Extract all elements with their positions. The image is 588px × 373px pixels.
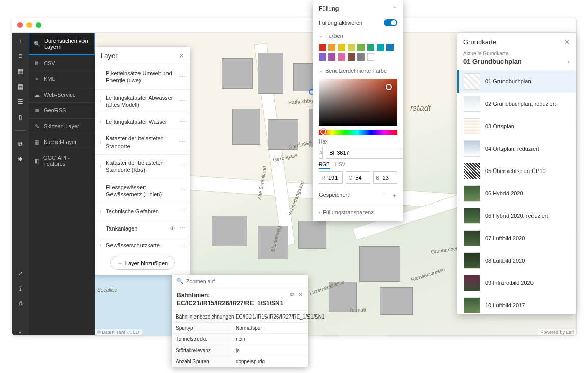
expand-rail-icon[interactable]: » bbox=[16, 327, 24, 335]
chevron-down-icon[interactable]: ⌄ bbox=[319, 33, 323, 38]
layer-row[interactable]: › Kataster der belasteten Standorte (Kbs… bbox=[95, 155, 190, 179]
close-icon[interactable]: ✕ bbox=[564, 38, 570, 46]
visibility-icon[interactable]: 👁 bbox=[170, 225, 175, 232]
color-swatch[interactable] bbox=[348, 44, 355, 51]
basemap-thumbnail bbox=[464, 275, 480, 291]
print-icon[interactable]: ⎙ bbox=[16, 300, 24, 308]
color-swatch[interactable] bbox=[367, 44, 374, 51]
color-swatch[interactable] bbox=[357, 44, 365, 51]
chevron-up-icon[interactable]: ⌃ bbox=[392, 5, 397, 12]
building bbox=[222, 58, 253, 89]
picker-handle[interactable] bbox=[386, 84, 392, 90]
layer-row[interactable]: Piketteinsätze Umwelt und Energie (uwe) … bbox=[95, 65, 190, 90]
tab-hsv[interactable]: HSV bbox=[335, 162, 346, 169]
submenu-sketch[interactable]: ✎Skizzen-Layer bbox=[29, 118, 95, 134]
submenu-web-service[interactable]: ☁Web-Service bbox=[29, 87, 95, 102]
layer-row[interactable]: › Gewässerschutzkarte ⋯ bbox=[95, 237, 190, 251]
close-icon[interactable]: ✕ bbox=[179, 52, 184, 60]
transparency-label: Füllungstransparenz bbox=[323, 209, 374, 215]
color-swatch[interactable] bbox=[319, 44, 326, 51]
search-layers-row[interactable]: 🔍 Durchsuchen von Layern bbox=[29, 33, 95, 55]
r-input[interactable] bbox=[327, 175, 342, 181]
basemap-item[interactable]: 04 Ortsplan, reduziert bbox=[457, 137, 576, 160]
color-swatch[interactable] bbox=[338, 53, 345, 61]
export-icon[interactable]: ↗ bbox=[16, 269, 24, 277]
b-input[interactable] bbox=[382, 175, 397, 181]
more-icon[interactable]: ⋯ bbox=[178, 208, 187, 215]
basemap-thumbnail bbox=[464, 297, 480, 313]
color-swatch[interactable] bbox=[377, 44, 384, 51]
add-layer-button[interactable]: ＋ Layer hinzufügen bbox=[110, 256, 175, 270]
submenu-ogc[interactable]: ◧OGC API - Features bbox=[29, 150, 95, 171]
layer-row[interactable]: › Technische Gefahren ⋯ bbox=[95, 203, 190, 220]
fill-activate-toggle[interactable] bbox=[384, 19, 397, 26]
more-icon[interactable]: ⋯ bbox=[178, 119, 187, 125]
basemap-item[interactable]: 09 Infrarotbild 2020 bbox=[457, 272, 576, 294]
basemap-item[interactable]: 03 Ortsplan bbox=[457, 115, 576, 137]
feature-popup: 🔍 Zoomen auf ⧉ ✕ Bahnlinien: EC/IC21/IR1… bbox=[172, 275, 308, 367]
minimize-dot[interactable] bbox=[26, 22, 32, 28]
saturation-picker[interactable] bbox=[319, 79, 397, 126]
color-swatch[interactable] bbox=[367, 53, 374, 61]
color-swatch[interactable] bbox=[357, 53, 365, 61]
more-icon[interactable]: ⋯ bbox=[178, 187, 187, 194]
color-swatch[interactable] bbox=[328, 53, 335, 61]
remove-saved-button[interactable]: − bbox=[383, 192, 386, 199]
hue-slider[interactable] bbox=[319, 130, 397, 135]
maximize-dot[interactable] bbox=[36, 22, 41, 28]
submenu-kml[interactable]: ⌖KML bbox=[29, 71, 95, 87]
basemap-item[interactable]: 08 Luftbild 2020 bbox=[457, 249, 576, 272]
basemap-item[interactable]: 06 Hybrid 2020, reduziert bbox=[457, 205, 576, 227]
more-icon[interactable]: ⋯ bbox=[178, 74, 187, 80]
dock-icon[interactable]: ⧉ bbox=[290, 291, 294, 298]
submenu-tile[interactable]: ▦Kachel-Layer bbox=[29, 134, 95, 150]
layer-label: Leitungskataster Abwasser (altes Modell) bbox=[106, 94, 176, 109]
bookmark-icon[interactable]: ▯ bbox=[16, 113, 24, 121]
zoom-label[interactable]: Zoomen auf bbox=[186, 278, 215, 284]
layer-row[interactable]: Tankanlagen 👁 ⋯ bbox=[95, 220, 190, 237]
layer-row[interactable]: › Kataster der belasteten Standorte ⋯ bbox=[95, 130, 190, 155]
layer-row[interactable]: Fliessgewässer: Gewässernetz (Linien) ⋯ bbox=[95, 179, 190, 204]
filter-icon[interactable]: ⧉ bbox=[16, 140, 24, 148]
measure-icon[interactable]: ⟟ bbox=[16, 284, 24, 293]
more-icon[interactable]: ⋯ bbox=[178, 163, 187, 170]
chevron-right-icon: › bbox=[100, 119, 104, 124]
hex-input[interactable] bbox=[326, 147, 403, 159]
color-swatch[interactable] bbox=[338, 44, 345, 51]
basemap-item[interactable]: 01 Grundbuchplan bbox=[457, 70, 576, 93]
layers-icon[interactable]: ≡ bbox=[16, 52, 24, 60]
close-dot[interactable] bbox=[17, 22, 23, 28]
g-input[interactable] bbox=[354, 175, 369, 181]
add-saved-button[interactable]: ＋ bbox=[391, 192, 397, 199]
add-icon[interactable]: ＋ bbox=[16, 37, 24, 45]
basemap-item[interactable]: 05 Übersichtsplan ÜP10 bbox=[457, 160, 576, 182]
chevron-down-icon[interactable]: ⌄ bbox=[319, 68, 323, 73]
widget-icon[interactable]: ▤ bbox=[16, 82, 24, 91]
close-icon[interactable]: ✕ bbox=[298, 291, 303, 298]
hue-handle[interactable] bbox=[320, 129, 326, 135]
color-swatch[interactable] bbox=[319, 53, 326, 61]
layer-row[interactable]: › Leitungskataster Abwasser (altes Model… bbox=[95, 90, 190, 114]
more-icon[interactable]: ⋯ bbox=[178, 98, 187, 104]
more-icon[interactable]: ⋯ bbox=[178, 242, 187, 249]
basemap-item[interactable]: 07 Luftbild 2020 bbox=[457, 227, 576, 249]
layer-row[interactable]: › Leitungskataster Wasser ⋯ bbox=[95, 113, 190, 130]
chevron-right-icon[interactable]: › bbox=[319, 210, 320, 215]
zoom-icon[interactable]: 🔍 bbox=[177, 278, 183, 284]
basemap-thumbnail bbox=[464, 118, 480, 134]
submenu-georss[interactable]: ≋GeoRSS bbox=[29, 102, 95, 118]
chevron-right-icon[interactable]: › bbox=[568, 58, 570, 65]
list-icon[interactable]: ☰ bbox=[16, 98, 24, 106]
basemap-item[interactable]: 10 Luftbild 2017 bbox=[457, 294, 576, 314]
more-icon[interactable]: ⋯ bbox=[178, 139, 187, 146]
more-icon[interactable]: ⋯ bbox=[178, 225, 187, 232]
settings-icon[interactable]: ✱ bbox=[16, 155, 24, 163]
basemap-item[interactable]: 02 Grundbuchplan, reduziert bbox=[457, 93, 576, 115]
tab-rgb[interactable]: RGB bbox=[319, 162, 330, 169]
color-swatch[interactable] bbox=[386, 44, 394, 51]
color-swatch[interactable] bbox=[348, 53, 355, 61]
table-icon[interactable]: ▦ bbox=[16, 67, 24, 75]
submenu-csv[interactable]: 🗎CSV bbox=[29, 55, 95, 71]
basemap-item[interactable]: 06 Hybrid 2020 bbox=[457, 182, 576, 205]
color-swatch[interactable] bbox=[328, 44, 335, 51]
